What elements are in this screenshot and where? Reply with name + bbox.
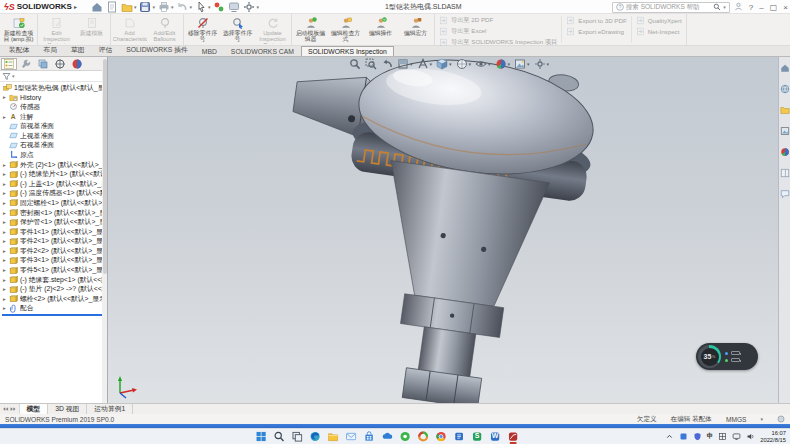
ribbon-button-select-balloons[interactable]: 选择零件序号 (220, 15, 255, 44)
taskpane-design-library[interactable] (780, 80, 790, 98)
display-style-caret-icon[interactable]: ▾ (469, 61, 472, 67)
taskbar-onedrive[interactable] (382, 431, 393, 442)
units-caret-icon[interactable]: ▾ (760, 416, 763, 422)
expand-arrow-icon[interactable]: ▸ (2, 277, 7, 283)
export-item[interactable]: Export eDrawing (566, 27, 627, 36)
ribbon-tab-布局[interactable]: 布局 (36, 43, 64, 56)
filter-caret-icon[interactable]: ▾ (12, 73, 15, 79)
tree-item-part[interactable]: ▸零件2<1> (默认<<默认>_显示状态 (0, 237, 107, 247)
ribbon-tab-MBD[interactable]: MBD (195, 46, 224, 56)
export-item[interactable]: QualityXpert (636, 16, 682, 25)
expand-arrow-icon[interactable]: ▸ (2, 181, 7, 187)
screen-overlay-badge[interactable]: 35% (696, 343, 758, 370)
tree-item-mates[interactable]: ▸配合 (0, 304, 107, 314)
viewtool-zoom-area[interactable] (364, 58, 378, 70)
taskbar-file-explorer-app[interactable] (328, 431, 339, 442)
help-search-box[interactable]: ? 搜索 SOLIDWORKS 帮助 ▾ (612, 2, 730, 13)
tree-item-part[interactable]: ▸保护管<1> (默认<<默认>_显示状态 (0, 217, 107, 227)
export-item[interactable]: Net-Inspect (636, 27, 682, 36)
taskbar-app-book[interactable] (454, 431, 465, 442)
expand-arrow-icon[interactable]: ▸ (2, 305, 7, 311)
taskbar-app-green[interactable] (400, 431, 411, 442)
taskbar-solidworks-app[interactable] (508, 431, 519, 442)
taskbar-search[interactable] (274, 431, 285, 442)
view-orientation-caret-icon[interactable]: ▾ (449, 61, 452, 67)
viewtool-dynamic-annotation-views[interactable]: ▾ (416, 58, 434, 70)
ribbon-button-edit-operation[interactable]: 编辑操作 (363, 15, 398, 44)
expand-arrow-icon[interactable]: ▸ (2, 94, 7, 100)
tree-item-part[interactable]: ▸(-) 绝缘垫片<1> (默认<<默认>_显示 (0, 169, 107, 179)
tree-item-plane[interactable]: 右视基准面 (0, 141, 107, 151)
quickaccess-print[interactable]: ▾ (158, 1, 174, 13)
search-caret-icon[interactable]: ▾ (723, 4, 726, 10)
taskbar-mail[interactable] (346, 431, 357, 442)
ribbon-tab-装配体[interactable]: 装配体 (2, 43, 36, 56)
tree-item-origin[interactable]: 原点 (0, 150, 107, 160)
expand-arrow-icon[interactable]: ▸ (2, 286, 7, 292)
panel-tab-configurationmanager[interactable] (35, 58, 51, 70)
select-caret-icon[interactable]: ▾ (208, 4, 211, 10)
quickaccess-rebuild[interactable] (228, 1, 240, 13)
quickaccess-home[interactable] (91, 1, 103, 13)
quick-tip-icon[interactable] (777, 415, 785, 423)
panel-scrollbar[interactable] (102, 57, 107, 403)
ribbon-button-new-inspection-project[interactable]: 新建检查项目 (amp.拟) (1, 15, 36, 44)
tray-tray-shield[interactable] (693, 432, 702, 442)
tree-item-part[interactable]: ▸零件2<2> (默认<<默认>_显示状态 (0, 246, 107, 256)
ribbon-tab-草图[interactable]: 草图 (64, 43, 92, 56)
panel-tab-featuremanager[interactable] (1, 58, 17, 70)
ribbon-tab-评估[interactable]: 评估 (92, 43, 120, 56)
tree-item-part[interactable]: ▸密封圈<1> (默认<<默认>_显示状态 (0, 208, 107, 218)
view-settings-caret-icon[interactable]: ▾ (547, 61, 550, 67)
export-item[interactable]: 导出至 Excel (439, 27, 557, 36)
tree-item-sensors[interactable]: 传感器 (0, 102, 107, 112)
rollback-bar[interactable] (2, 314, 103, 316)
window-user-button[interactable] (734, 2, 743, 13)
export-item[interactable]: 导出至 2D PDF (439, 16, 557, 25)
print-caret-icon[interactable]: ▾ (171, 4, 174, 10)
doc-tab-模型[interactable]: 模型 (20, 404, 49, 414)
expand-arrow-icon[interactable]: ▸ (2, 114, 7, 120)
ribbon-button-remove-balloons[interactable]: 移除零件序号 (185, 15, 220, 44)
thermocouple-model[interactable] (108, 57, 778, 403)
tray-tray-chevron[interactable] (665, 432, 674, 442)
tree-item-part[interactable]: ▸(-) 绝缘套.step<1> (默认<<默认>_ (0, 275, 107, 285)
ribbon-tab-SOLIDWORKS CAM[interactable]: SOLIDWORKS CAM (224, 46, 301, 56)
taskbar-app-s[interactable]: S (472, 431, 483, 442)
expand-arrow-icon[interactable]: ▸ (2, 248, 7, 254)
quickaccess-new-document[interactable] (106, 1, 118, 13)
quickaccess-open[interactable]: ▾ (121, 1, 137, 13)
taskbar-start[interactable] (256, 431, 267, 442)
quickaccess-select[interactable]: ▾ (195, 1, 211, 13)
tree-item-plane[interactable]: 上视基准面 (0, 131, 107, 141)
viewtool-hide-show-items[interactable]: ▾ (474, 58, 492, 70)
ribbon-button-add-edit-balloons[interactable]: Add/Edit Balloons (147, 15, 182, 44)
viewtool-display-style[interactable]: ▾ (455, 58, 473, 70)
ribbon-button-add-characteristic[interactable]: Add Characteristic (112, 15, 147, 44)
viewtool-view-orientation[interactable]: ▾ (435, 58, 453, 70)
ribbon-button-launch-template-editor[interactable]: 启动模板编辑器 (293, 15, 328, 44)
ribbon-tab-SOLIDWORKS Inspection[interactable]: SOLIDWORKS Inspection (301, 46, 394, 56)
quickaccess-display-settings[interactable] (213, 1, 225, 13)
tray-ime-grid[interactable] (718, 432, 727, 442)
open-caret-icon[interactable]: ▾ (134, 4, 137, 10)
tray-tray-app[interactable] (679, 432, 688, 442)
tray-tray-monitor[interactable] (732, 432, 741, 442)
tree-item-part[interactable]: ▸(-) 上盖<1> (默认<<默认>_显示状态 (0, 179, 107, 189)
expand-arrow-icon[interactable]: ▸ (2, 219, 7, 225)
expand-arrow-icon[interactable]: ▸ (2, 229, 7, 235)
viewtool-previous-view[interactable] (380, 58, 394, 70)
tree-item-part[interactable]: ▸零件3<1> (默认<<默认>_显示状态 (0, 256, 107, 266)
taskbar-task-view[interactable] (292, 431, 303, 442)
taskbar-chrome[interactable] (436, 431, 447, 442)
expand-arrow-icon[interactable]: ▸ (2, 200, 7, 206)
panel-tab-dimxpertmanager[interactable] (52, 58, 68, 70)
taskpane-sw-resources[interactable] (780, 59, 790, 77)
viewtool-edit-appearance[interactable]: ▾ (494, 58, 512, 70)
taskbar-store[interactable] (364, 431, 375, 442)
ribbon-button-edit-inspection-method[interactable]: 编辑检查方式 (328, 15, 363, 44)
tree-item-plane[interactable]: 前视基准面 (0, 121, 107, 131)
taskpane-sw-forum[interactable] (780, 185, 790, 203)
expand-arrow-icon[interactable]: ▸ (2, 257, 7, 263)
expand-arrow-icon[interactable]: ▸ (2, 267, 7, 273)
